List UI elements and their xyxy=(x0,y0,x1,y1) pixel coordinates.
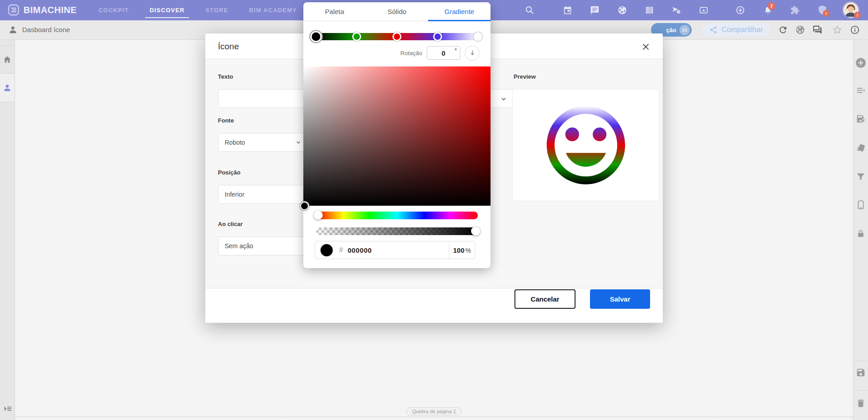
left-rail xyxy=(0,40,15,420)
saturation-cursor[interactable] xyxy=(300,202,309,210)
texto-label: Texto xyxy=(218,73,233,80)
posicao-select[interactable]: Inferior xyxy=(218,185,308,204)
page-title: Dasboard ícone xyxy=(22,26,70,33)
save-edit-icon[interactable] xyxy=(856,114,866,124)
avatar-badge: ! xyxy=(854,12,861,19)
hex-input-row: # 000000 100% xyxy=(315,241,475,259)
color-picker-tabs: Paleta Sólido Gradiente xyxy=(303,2,491,21)
menu-item-store[interactable]: STORE xyxy=(205,0,228,20)
trash-icon[interactable] xyxy=(856,398,866,408)
bimachine-logo-icon xyxy=(7,4,20,16)
add-circle-icon[interactable] xyxy=(736,5,745,15)
person-icon xyxy=(8,25,18,34)
share-icon xyxy=(709,26,717,34)
chat-icon[interactable] xyxy=(590,5,599,15)
hue-thumb[interactable] xyxy=(314,211,323,220)
rotate-button[interactable] xyxy=(465,46,480,61)
texto-input[interactable] xyxy=(218,89,308,108)
posicao-label: Posição xyxy=(218,169,241,176)
preview-card xyxy=(512,89,659,201)
gradient-stop-thumb[interactable] xyxy=(311,31,322,42)
save-button[interactable]: Salvar xyxy=(590,289,650,309)
menu-item-bim-academy[interactable]: BIM ACADEMY xyxy=(249,0,297,20)
mobile-icon[interactable] xyxy=(856,200,866,210)
comments-icon[interactable] xyxy=(812,25,822,35)
menu-item-cockpit[interactable]: COCKPIT xyxy=(99,0,129,20)
schedule-send-icon[interactable] xyxy=(672,5,681,15)
info-icon[interactable] xyxy=(850,25,860,35)
tab-solido[interactable]: Sólido xyxy=(366,2,428,21)
saturation-panel[interactable] xyxy=(303,66,491,206)
fonte-label: Fonte xyxy=(218,117,234,124)
extensions-puzzle-icon[interactable] xyxy=(790,5,800,15)
dialog-title: Ícone xyxy=(218,42,239,52)
brand-name: BIMACHINE xyxy=(24,5,77,15)
ao-clicar-label: Ao clicar xyxy=(218,221,243,227)
gradient-stop-thumb[interactable] xyxy=(433,32,442,41)
tab-paleta[interactable]: Paleta xyxy=(303,2,366,21)
expand-menu-icon[interactable] xyxy=(3,404,13,414)
save-dashboard-icon[interactable] xyxy=(856,368,866,378)
page-break-line xyxy=(15,416,853,417)
preview-label: Preview xyxy=(514,73,536,80)
presentation-toggle-label: ção xyxy=(666,27,676,33)
calendar-icon[interactable] xyxy=(563,5,572,15)
cancel-button[interactable]: Cancelar xyxy=(514,289,576,309)
gradient-stop-thumb[interactable] xyxy=(473,32,482,41)
share-button[interactable]: Compartilhar xyxy=(702,23,770,37)
right-rail xyxy=(853,40,868,420)
gradient-stop-thumb[interactable] xyxy=(352,32,361,41)
close-icon[interactable] xyxy=(642,42,650,51)
share-label: Compartilhar xyxy=(722,26,763,34)
alpha-input[interactable]: 100% xyxy=(449,246,475,254)
presentation-toggle-knob xyxy=(679,25,690,35)
chevron-down-icon xyxy=(295,139,302,146)
security-badge: ! xyxy=(823,10,830,17)
menu-open-icon[interactable] xyxy=(856,85,866,95)
smiley-gradient-icon xyxy=(539,98,633,192)
add-widget-icon[interactable] xyxy=(855,57,867,69)
person-rail-icon xyxy=(3,83,12,92)
color-picker-popup: Paleta Sólido Gradiente Rotação 0 º # 00… xyxy=(303,2,491,268)
tab-gradiente[interactable]: Gradiente xyxy=(428,2,491,21)
rail-person-button[interactable] xyxy=(0,74,14,102)
lock-icon[interactable] xyxy=(856,229,866,239)
fonte-select[interactable]: Roboto xyxy=(218,133,308,152)
menu-item-discover[interactable]: DISCOVER xyxy=(150,0,185,20)
globe-status-icon[interactable] xyxy=(795,25,805,35)
star-icon[interactable] xyxy=(832,25,842,35)
hex-input[interactable]: 000000 xyxy=(348,246,449,254)
style-cards-icon[interactable] xyxy=(856,143,866,153)
notifications-bell-icon[interactable]: 7 xyxy=(763,5,773,15)
notifications-badge: 7 xyxy=(768,2,775,10)
gradient-stop-thumbs xyxy=(316,33,478,40)
filter-icon[interactable] xyxy=(856,171,866,181)
security-shield-icon[interactable]: ! xyxy=(817,5,828,15)
home-icon xyxy=(3,55,12,64)
rail-home-button[interactable] xyxy=(0,45,14,74)
degree-symbol: º xyxy=(455,47,457,53)
chevron-down-icon xyxy=(500,95,507,103)
gradient-stop-thumb[interactable] xyxy=(392,32,401,41)
alpha-slider[interactable] xyxy=(316,227,478,235)
hash-symbol: # xyxy=(339,246,343,254)
rotation-label: Rotação xyxy=(401,50,422,57)
percent-symbol: % xyxy=(465,247,471,254)
rotation-input[interactable]: 0 º xyxy=(427,46,460,60)
search-icon[interactable] xyxy=(525,5,534,15)
color-swatch xyxy=(321,244,333,256)
page-break-label: Quebra de página 1 xyxy=(406,407,462,415)
main-menu: COCKPIT DISCOVER STORE BIM ACADEMY xyxy=(99,0,297,20)
alpha-thumb[interactable] xyxy=(471,227,480,236)
globe-icon[interactable] xyxy=(618,5,627,15)
brand[interactable]: BIMACHINE xyxy=(7,4,77,16)
refresh-icon[interactable] xyxy=(778,25,788,35)
rotation-row: Rotação 0 º xyxy=(401,45,480,61)
server-list-icon[interactable] xyxy=(645,5,654,15)
present-to-all-icon[interactable] xyxy=(699,5,708,15)
ao-clicar-select[interactable]: Sem ação xyxy=(218,236,308,255)
hue-slider[interactable] xyxy=(316,212,478,219)
